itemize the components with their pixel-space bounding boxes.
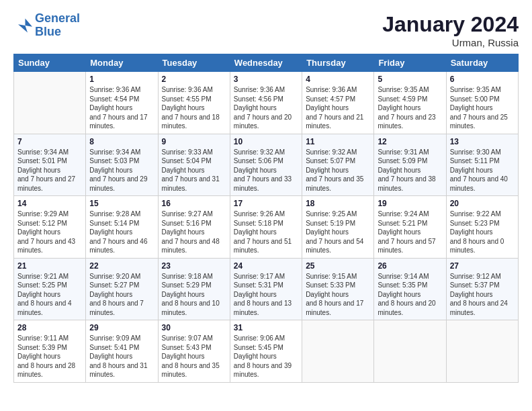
table-row: 7 Sunrise: 9:34 AM Sunset: 5:01 PM Dayli… bbox=[14, 134, 86, 196]
svg-marker-0 bbox=[18, 18, 32, 32]
title-block: January 2024 Urman, Russia bbox=[382, 12, 519, 48]
table-row bbox=[14, 72, 86, 134]
cell-date: 24 bbox=[234, 261, 298, 271]
cell-info: Sunrise: 9:18 AM Sunset: 5:29 PM Dayligh… bbox=[162, 272, 226, 318]
cell-info: Sunrise: 9:31 AM Sunset: 5:09 PM Dayligh… bbox=[378, 148, 442, 193]
table-row: 26 Sunrise: 9:14 AM Sunset: 5:35 PM Dayl… bbox=[374, 258, 446, 320]
table-row: 4 Sunrise: 9:36 AM Sunset: 4:57 PM Dayli… bbox=[302, 72, 374, 134]
cell-info: Sunrise: 9:30 AM Sunset: 5:11 PM Dayligh… bbox=[450, 148, 515, 193]
col-tuesday: Tuesday bbox=[158, 54, 230, 72]
cell-date: 1 bbox=[89, 75, 154, 84]
table-row: 17 Sunrise: 9:26 AM Sunset: 5:18 PM Dayl… bbox=[230, 196, 302, 259]
table-row: 19 Sunrise: 9:24 AM Sunset: 5:21 PM Dayl… bbox=[374, 196, 446, 259]
cell-info: Sunrise: 9:22 AM Sunset: 5:23 PM Dayligh… bbox=[450, 210, 515, 255]
table-row: 24 Sunrise: 9:17 AM Sunset: 5:31 PM Dayl… bbox=[230, 258, 302, 320]
cell-info: Sunrise: 9:29 AM Sunset: 5:12 PM Dayligh… bbox=[17, 210, 82, 255]
cell-date: 20 bbox=[450, 199, 515, 208]
logo-icon bbox=[13, 16, 32, 35]
cell-date: 14 bbox=[17, 199, 82, 208]
logo-line1: General bbox=[35, 11, 80, 25]
table-row: 8 Sunrise: 9:34 AM Sunset: 5:03 PM Dayli… bbox=[86, 134, 158, 196]
calendar-week-row: 1 Sunrise: 9:36 AM Sunset: 4:54 PM Dayli… bbox=[14, 72, 519, 134]
cell-info: Sunrise: 9:11 AM Sunset: 5:39 PM Dayligh… bbox=[17, 334, 82, 379]
cell-date: 7 bbox=[17, 137, 82, 146]
logo-line2: Blue bbox=[35, 25, 61, 38]
table-row: 16 Sunrise: 9:27 AM Sunset: 5:16 PM Dayl… bbox=[158, 196, 230, 259]
cell-date: 22 bbox=[89, 261, 154, 271]
table-row: 3 Sunrise: 9:36 AM Sunset: 4:56 PM Dayli… bbox=[230, 72, 302, 134]
table-row bbox=[446, 320, 518, 383]
logo: General Blue bbox=[13, 12, 80, 39]
calendar-week-row: 21 Sunrise: 9:21 AM Sunset: 5:25 PM Dayl… bbox=[14, 258, 519, 320]
table-row: 23 Sunrise: 9:18 AM Sunset: 5:29 PM Dayl… bbox=[158, 258, 230, 320]
table-row: 2 Sunrise: 9:36 AM Sunset: 4:55 PM Dayli… bbox=[158, 72, 230, 134]
table-row bbox=[374, 320, 446, 383]
table-row: 13 Sunrise: 9:30 AM Sunset: 5:11 PM Dayl… bbox=[446, 134, 518, 196]
calendar-table: Sunday Monday Tuesday Wednesday Thursday… bbox=[13, 54, 519, 383]
cell-info: Sunrise: 9:24 AM Sunset: 5:21 PM Dayligh… bbox=[378, 210, 442, 255]
col-thursday: Thursday bbox=[302, 54, 374, 72]
table-row: 5 Sunrise: 9:35 AM Sunset: 4:59 PM Dayli… bbox=[374, 72, 446, 134]
calendar-body: 1 Sunrise: 9:36 AM Sunset: 4:54 PM Dayli… bbox=[14, 72, 519, 383]
table-row: 25 Sunrise: 9:15 AM Sunset: 5:33 PM Dayl… bbox=[302, 258, 374, 320]
table-row: 29 Sunrise: 9:09 AM Sunset: 5:41 PM Dayl… bbox=[86, 320, 158, 383]
table-row: 28 Sunrise: 9:11 AM Sunset: 5:39 PM Dayl… bbox=[14, 320, 86, 383]
table-row: 11 Sunrise: 9:32 AM Sunset: 5:07 PM Dayl… bbox=[302, 134, 374, 196]
cell-date: 2 bbox=[162, 75, 226, 84]
cell-info: Sunrise: 9:25 AM Sunset: 5:19 PM Dayligh… bbox=[306, 210, 370, 255]
cell-info: Sunrise: 9:06 AM Sunset: 5:45 PM Dayligh… bbox=[234, 334, 298, 379]
col-friday: Friday bbox=[374, 54, 446, 72]
cell-info: Sunrise: 9:36 AM Sunset: 4:56 PM Dayligh… bbox=[234, 85, 298, 131]
cell-date: 19 bbox=[378, 199, 442, 208]
table-row: 30 Sunrise: 9:07 AM Sunset: 5:43 PM Dayl… bbox=[158, 320, 230, 383]
cell-date: 11 bbox=[306, 137, 370, 146]
cell-date: 8 bbox=[89, 137, 154, 146]
table-row: 6 Sunrise: 9:35 AM Sunset: 5:00 PM Dayli… bbox=[446, 72, 518, 134]
cell-info: Sunrise: 9:35 AM Sunset: 5:00 PM Dayligh… bbox=[450, 85, 515, 131]
cell-info: Sunrise: 9:32 AM Sunset: 5:07 PM Dayligh… bbox=[306, 148, 370, 193]
cell-date: 13 bbox=[450, 137, 515, 146]
cell-date: 4 bbox=[306, 75, 370, 84]
calendar-header-row: Sunday Monday Tuesday Wednesday Thursday… bbox=[14, 54, 519, 72]
logo-text: General Blue bbox=[35, 12, 80, 39]
table-row: 18 Sunrise: 9:25 AM Sunset: 5:19 PM Dayl… bbox=[302, 196, 374, 259]
cell-date: 5 bbox=[378, 75, 442, 84]
cell-date: 6 bbox=[450, 75, 515, 84]
cell-date: 18 bbox=[306, 199, 370, 208]
cell-info: Sunrise: 9:26 AM Sunset: 5:18 PM Dayligh… bbox=[234, 210, 298, 255]
table-row: 22 Sunrise: 9:20 AM Sunset: 5:27 PM Dayl… bbox=[86, 258, 158, 320]
cell-info: Sunrise: 9:14 AM Sunset: 5:35 PM Dayligh… bbox=[378, 272, 442, 318]
main-title: January 2024 bbox=[382, 12, 519, 37]
page: General Blue January 2024 Urman, Russia … bbox=[0, 0, 532, 411]
calendar-week-row: 7 Sunrise: 9:34 AM Sunset: 5:01 PM Dayli… bbox=[14, 134, 519, 196]
cell-date: 29 bbox=[89, 323, 154, 332]
cell-date: 27 bbox=[450, 261, 515, 271]
cell-info: Sunrise: 9:36 AM Sunset: 4:54 PM Dayligh… bbox=[89, 85, 154, 131]
col-sunday: Sunday bbox=[14, 54, 86, 72]
cell-info: Sunrise: 9:20 AM Sunset: 5:27 PM Dayligh… bbox=[89, 272, 154, 318]
cell-date: 28 bbox=[17, 323, 82, 332]
cell-date: 16 bbox=[162, 199, 226, 208]
table-row: 20 Sunrise: 9:22 AM Sunset: 5:23 PM Dayl… bbox=[446, 196, 518, 259]
cell-info: Sunrise: 9:34 AM Sunset: 5:01 PM Dayligh… bbox=[17, 148, 82, 193]
cell-info: Sunrise: 9:35 AM Sunset: 4:59 PM Dayligh… bbox=[378, 85, 442, 131]
cell-info: Sunrise: 9:33 AM Sunset: 5:04 PM Dayligh… bbox=[162, 148, 226, 193]
cell-date: 3 bbox=[234, 75, 298, 84]
table-row: 10 Sunrise: 9:32 AM Sunset: 5:06 PM Dayl… bbox=[230, 134, 302, 196]
cell-info: Sunrise: 9:27 AM Sunset: 5:16 PM Dayligh… bbox=[162, 210, 226, 255]
cell-date: 30 bbox=[162, 323, 226, 332]
col-saturday: Saturday bbox=[446, 54, 518, 72]
col-monday: Monday bbox=[86, 54, 158, 72]
cell-date: 21 bbox=[17, 261, 82, 271]
calendar-week-row: 14 Sunrise: 9:29 AM Sunset: 5:12 PM Dayl… bbox=[14, 196, 519, 259]
table-row: 9 Sunrise: 9:33 AM Sunset: 5:04 PM Dayli… bbox=[158, 134, 230, 196]
cell-info: Sunrise: 9:32 AM Sunset: 5:06 PM Dayligh… bbox=[234, 148, 298, 193]
cell-date: 9 bbox=[162, 137, 226, 146]
table-row: 1 Sunrise: 9:36 AM Sunset: 4:54 PM Dayli… bbox=[86, 72, 158, 134]
table-row: 27 Sunrise: 9:12 AM Sunset: 5:37 PM Dayl… bbox=[446, 258, 518, 320]
cell-info: Sunrise: 9:34 AM Sunset: 5:03 PM Dayligh… bbox=[89, 148, 154, 193]
table-row: 14 Sunrise: 9:29 AM Sunset: 5:12 PM Dayl… bbox=[14, 196, 86, 259]
table-row: 31 Sunrise: 9:06 AM Sunset: 5:45 PM Dayl… bbox=[230, 320, 302, 383]
cell-info: Sunrise: 9:21 AM Sunset: 5:25 PM Dayligh… bbox=[17, 272, 82, 318]
cell-date: 15 bbox=[89, 199, 154, 208]
